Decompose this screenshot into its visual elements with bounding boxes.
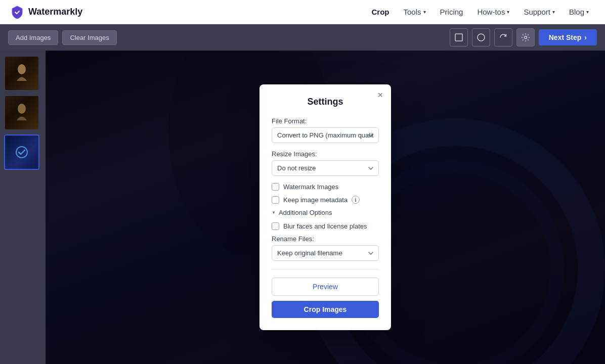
image-sidebar — [0, 51, 46, 364]
svg-rect-0 — [455, 34, 462, 41]
thumbnail-3-preview — [5, 135, 38, 169]
file-format-select[interactable]: Convert to PNG (maximum quality,Keep ori… — [272, 127, 379, 143]
blur-label: Blur faces and license plates — [283, 222, 367, 230]
main-area: × Settings File Format: Convert to PNG (… — [0, 51, 605, 364]
metadata-checkbox[interactable] — [272, 196, 279, 204]
file-format-label: File Format: — [272, 117, 379, 125]
rename-group: Rename Files: Keep original filenameAdd … — [272, 235, 379, 261]
blog-chevron-icon: ▾ — [586, 9, 589, 15]
modal-title: Settings — [272, 97, 379, 107]
brand-name: Watermarkly — [28, 7, 82, 17]
modal-overlay: × Settings File Format: Convert to PNG (… — [46, 51, 605, 364]
svg-point-2 — [524, 36, 527, 39]
circle-crop-icon[interactable] — [472, 28, 490, 47]
svg-point-1 — [478, 34, 485, 41]
tools-chevron-icon: ▾ — [423, 9, 426, 15]
next-arrow-icon: › — [584, 33, 587, 41]
blur-row: Blur faces and license plates — [272, 222, 379, 230]
thumbnail-3[interactable] — [4, 134, 39, 170]
rename-select[interactable]: Keep original filenameAdd prefixAdd suff… — [272, 245, 379, 261]
brand-logo[interactable]: Watermarkly — [10, 5, 82, 19]
additional-options-toggle[interactable]: ▼ Additional Options — [272, 209, 379, 216]
next-step-button[interactable]: Next Step › — [539, 29, 597, 46]
nav-howtos[interactable]: How-tos ▾ — [471, 5, 515, 19]
nav-links: Crop Tools ▾ Pricing How-tos ▾ Support ▾… — [366, 5, 595, 19]
clear-images-button[interactable]: Clear Images — [62, 30, 116, 45]
blur-checkbox[interactable] — [272, 222, 279, 230]
thumbnail-2[interactable] — [4, 95, 39, 130]
nav-support[interactable]: Support ▾ — [517, 5, 561, 19]
rename-label: Rename Files: — [272, 235, 379, 243]
rectangle-crop-icon[interactable] — [450, 28, 468, 47]
svg-point-5 — [16, 147, 27, 158]
nav-pricing[interactable]: Pricing — [434, 5, 469, 19]
toolbar: Add Images Clear Images Next Step › — [0, 24, 605, 51]
triangle-icon: ▼ — [272, 210, 276, 215]
navbar: Watermarkly Crop Tools ▾ Pricing How-tos… — [0, 0, 605, 24]
resize-group: Resize Images: Do not resizeResize to fi… — [272, 150, 379, 176]
nav-crop[interactable]: Crop — [366, 5, 396, 19]
howtos-chevron-icon: ▾ — [507, 9, 509, 15]
settings-icon-btn[interactable] — [516, 28, 535, 47]
rotate-icon[interactable] — [494, 28, 512, 47]
metadata-row: Keep image metadata ℹ — [272, 196, 379, 204]
modal-divider — [272, 269, 379, 269]
watermark-row: Watermark Images — [272, 183, 379, 191]
additional-options-label: Additional Options — [279, 209, 332, 216]
modal-close-button[interactable]: × — [377, 90, 383, 100]
watermark-checkbox[interactable] — [272, 183, 279, 191]
metadata-info-icon[interactable]: ℹ — [352, 196, 360, 204]
watermark-label: Watermark Images — [283, 183, 338, 191]
nav-blog[interactable]: Blog ▾ — [563, 5, 595, 19]
resize-select[interactable]: Do not resizeResize to fitResize to fill — [272, 160, 379, 176]
thumbnail-2-preview — [5, 96, 38, 129]
canvas-area: × Settings File Format: Convert to PNG (… — [46, 51, 605, 364]
svg-point-4 — [18, 104, 26, 114]
shield-icon — [10, 5, 24, 19]
crop-images-button[interactable]: Crop Images — [272, 301, 379, 318]
add-images-button[interactable]: Add Images — [8, 30, 58, 45]
svg-point-3 — [18, 64, 26, 74]
nav-tools[interactable]: Tools ▾ — [398, 5, 432, 19]
support-chevron-icon: ▾ — [552, 9, 555, 15]
settings-modal: × Settings File Format: Convert to PNG (… — [260, 84, 391, 330]
preview-button[interactable]: Preview — [272, 278, 379, 296]
thumbnail-1[interactable] — [4, 56, 39, 91]
file-format-group: File Format: Convert to PNG (maximum qua… — [272, 117, 379, 143]
metadata-label: Keep image metadata — [283, 196, 348, 204]
resize-label: Resize Images: — [272, 150, 379, 158]
thumbnail-1-preview — [5, 57, 38, 90]
